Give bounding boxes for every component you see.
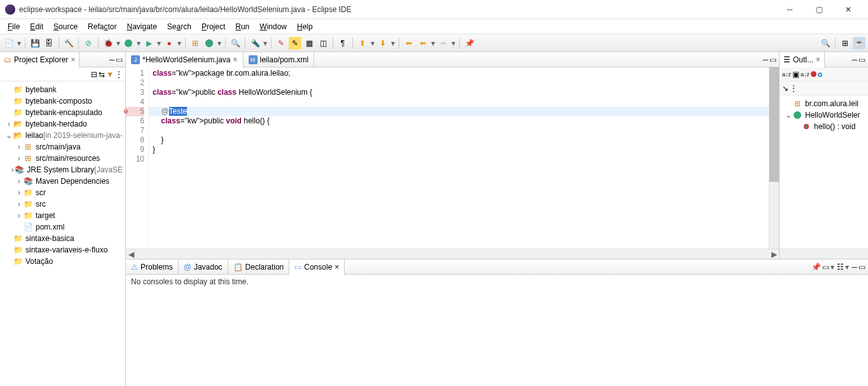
task-icon[interactable]: ✎ (275, 37, 287, 50)
code-content[interactable]: class="kw">package br.com.alura.leilao; … (149, 67, 769, 249)
dropdown-icon[interactable]: ▾ (263, 37, 268, 50)
tree-item[interactable]: ›📁target (0, 210, 125, 221)
tree-item[interactable]: 📁bytebank-composto (0, 95, 125, 107)
dropdown-icon[interactable]: ▾ (177, 37, 182, 50)
horizontal-scrollbar[interactable]: ◀ ▶ (126, 249, 779, 259)
hide-static-icon[interactable]: a↓z (801, 71, 809, 78)
menu-help[interactable]: Help (292, 21, 318, 32)
bottom-tab-console[interactable]: ▭Console× (289, 259, 345, 275)
java-perspective-icon[interactable]: ☕ (853, 37, 865, 50)
tree-item[interactable]: ›⊞src/main/resources (0, 153, 125, 164)
coverage-icon[interactable]: ▶ (142, 37, 155, 50)
tree-item[interactable]: 📁sintaxe-variaveis-e-fluxo (0, 244, 125, 256)
open-type-icon[interactable]: 🔍 (229, 37, 242, 50)
scrollbar-thumb[interactable] (769, 67, 779, 182)
menu-source[interactable]: Source (48, 21, 83, 32)
tree-item[interactable]: ›📁src (0, 198, 125, 210)
link-editor-icon[interactable]: ⇆ (99, 70, 105, 79)
maximize-button[interactable]: ▢ (804, 0, 834, 19)
pin-icon[interactable]: ¶ (336, 37, 349, 50)
project-explorer-tab[interactable]: 🗂 Project Explorer × (0, 52, 79, 67)
open-console-icon[interactable]: ☷ (837, 263, 844, 272)
outline-tree[interactable]: ⊞br.com.alura.leil⌄HelloWorldSelerhello(… (780, 95, 868, 249)
menu-file[interactable]: File (3, 21, 25, 32)
tree-item[interactable]: ⌄📂leilao [in 2019-selenium-java- (0, 130, 125, 141)
minimize-button[interactable]: ─ (775, 0, 804, 19)
close-icon[interactable]: × (71, 55, 75, 64)
new-class-icon[interactable] (203, 37, 216, 50)
menu-search[interactable]: Search (162, 21, 196, 32)
hide-local-icon[interactable] (818, 70, 822, 79)
project-tree[interactable]: 📁bytebank📁bytebank-composto📁bytebank-enc… (0, 81, 125, 386)
skip-breakpoints-icon[interactable]: ⊘ (82, 37, 95, 50)
last-edit-icon[interactable]: ⬅ (403, 37, 415, 50)
save-icon[interactable]: 💾 (29, 37, 41, 50)
menu-window[interactable]: Window (254, 21, 292, 32)
run-icon[interactable] (122, 37, 135, 50)
tree-item[interactable]: 📁bytebank (0, 84, 125, 95)
menu-edit[interactable]: Edit (25, 21, 48, 32)
quick-access-icon[interactable]: 🔍 (819, 37, 832, 50)
view-menu-icon[interactable]: ⋮ (115, 70, 123, 79)
new-package-icon[interactable]: ⊞ (189, 37, 202, 50)
vertical-scrollbar[interactable] (769, 67, 779, 249)
maximize-view-icon[interactable]: ▭ (858, 55, 865, 64)
outline-item[interactable]: ⌄HelloWorldSeler (780, 109, 868, 121)
perspective-icon[interactable]: ⊞ (839, 37, 851, 50)
close-button[interactable]: ✕ (834, 0, 863, 19)
next-annotation-icon[interactable]: ⬇ (376, 37, 389, 50)
build-icon[interactable]: 🔨 (62, 37, 75, 50)
dropdown-icon[interactable]: ▾ (451, 37, 456, 50)
close-icon[interactable]: × (816, 55, 820, 64)
tree-item[interactable]: ›⊞src/main/java (0, 141, 125, 153)
pin-console-icon[interactable]: 📌 (811, 263, 821, 272)
menu-run[interactable]: Run (230, 21, 254, 32)
tree-item[interactable]: ›📚Maven Dependencies (0, 176, 125, 187)
dropdown-icon[interactable]: ▾ (136, 37, 141, 50)
view-menu-icon[interactable]: ⋮ (790, 84, 797, 93)
maximize-editor-icon[interactable]: ▭ (769, 55, 776, 64)
maximize-view-icon[interactable]: ▭ (116, 55, 123, 64)
save-all-icon[interactable]: 🗄 (43, 37, 55, 50)
bottom-tab-javadoc[interactable]: @Javadoc (179, 259, 228, 275)
dropdown-icon[interactable]: ▾ (431, 37, 436, 50)
filter-icon[interactable]: ▼ (106, 70, 114, 79)
back-icon[interactable]: ⬅ (417, 37, 429, 50)
tree-item[interactable]: 📁bytebank-encapsulado (0, 107, 125, 118)
block-select-icon[interactable]: ▦ (303, 37, 315, 50)
menu-navigate[interactable]: Navigate (121, 21, 162, 32)
minimize-view-icon[interactable]: ─ (851, 55, 857, 64)
minimize-view-icon[interactable]: ─ (109, 55, 114, 64)
outline-tab[interactable]: ☰ Outl... × (780, 52, 825, 67)
focus-icon[interactable]: ↘ (782, 84, 789, 93)
display-console-icon[interactable]: ▭ (822, 263, 829, 272)
code-editor[interactable]: 12345678910 class="kw">package br.com.al… (126, 67, 779, 249)
tree-item[interactable]: ›📁scr (0, 187, 125, 198)
bottom-tab-declaration[interactable]: 📋Declaration (228, 259, 290, 275)
dropdown-icon[interactable]: ▾ (845, 263, 850, 272)
tree-item[interactable]: 📄pom.xml (0, 221, 125, 233)
outline-scrollbar[interactable] (780, 249, 868, 259)
run-last-icon[interactable]: ● (163, 37, 176, 50)
hide-nonpublic-icon[interactable] (811, 70, 816, 79)
maximize-view-icon[interactable]: ▭ (858, 263, 865, 272)
scroll-right-icon[interactable]: ▶ (769, 250, 779, 259)
new-icon[interactable]: 📄 (3, 37, 15, 50)
tree-item[interactable]: ›📚JRE System Library [JavaSE (0, 164, 125, 176)
dropdown-icon[interactable]: ▾ (156, 37, 162, 50)
prev-annotation-icon[interactable]: ⬆ (356, 37, 369, 50)
scroll-left-icon[interactable]: ◀ (126, 250, 136, 259)
dropdown-icon[interactable]: ▾ (830, 263, 836, 272)
debug-icon[interactable]: 🐞 (102, 37, 114, 50)
pin-editor-icon[interactable]: 📌 (463, 37, 476, 50)
menu-project[interactable]: Project (196, 21, 230, 32)
menu-refactor[interactable]: Refactor (83, 21, 121, 32)
forward-icon[interactable]: ➡ (437, 37, 450, 50)
minimize-view-icon[interactable]: ─ (851, 263, 857, 272)
dropdown-icon[interactable]: ▾ (17, 37, 22, 50)
minimize-editor-icon[interactable]: ─ (762, 55, 768, 64)
dropdown-icon[interactable]: ▾ (370, 37, 375, 50)
dropdown-icon[interactable]: ▾ (217, 37, 222, 50)
dropdown-icon[interactable]: ▾ (390, 37, 396, 50)
search-icon[interactable]: 🔦 (249, 37, 261, 50)
